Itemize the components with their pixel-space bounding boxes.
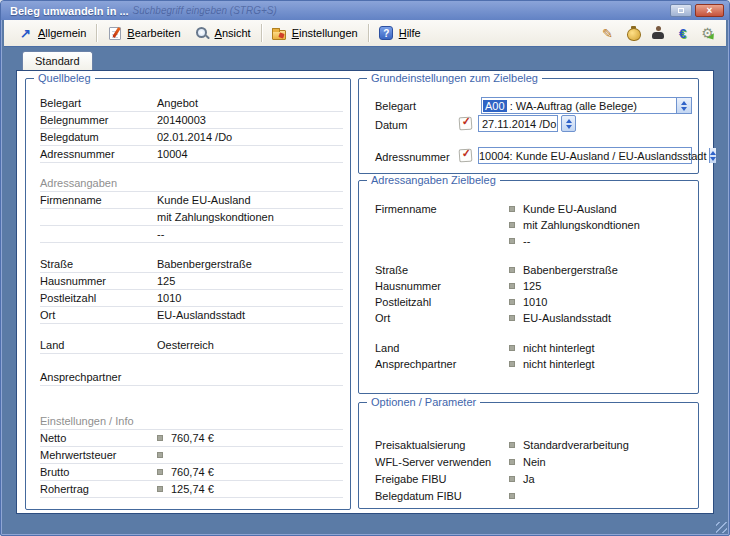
spin-up-icon [566,119,572,123]
person-icon [651,26,665,40]
spin-up-icon [710,151,716,155]
datum-spinner-button[interactable] [561,115,576,132]
bullet-icon [509,267,515,273]
datum-check-button[interactable]: ✓ [459,117,473,131]
maximize-icon [678,8,684,13]
section-header-einstellungen-info: Einstellungen / Info [40,413,343,430]
toolbar-separator [368,24,369,42]
spinner-button[interactable] [676,98,691,113]
datum-field[interactable]: 27.11.2014 /Do [478,115,558,132]
toolbar-button-hilfe[interactable]: ? Hilfe [372,23,428,44]
toolbar-right-icons: ✎ € ⚙ [600,26,719,41]
checkmark-icon: ✓ [461,147,471,161]
field-row: Postleitzahl1010 [375,294,690,310]
field-row: FirmennameKunde EU-Ausland [375,201,690,217]
bullet-icon [509,206,515,212]
field-row: LandOesterreich [40,337,343,354]
money-bag-button[interactable] [625,26,640,41]
search-hint[interactable]: Suchbegriff eingeben (STRG+S) [133,5,277,16]
groupbox-title: Adressangaben Zielbeleg [367,174,500,186]
bullet-icon [157,469,163,475]
field-row: WFL-Server verwendenNein [375,453,690,470]
toolbar-label-hilfe: Hilfe [399,27,421,39]
field-row: Brutto760,74 € [40,464,343,481]
adressnummer-field[interactable]: 10004: Kunde EU-Ausland / EU-Auslandssta… [478,147,692,164]
edit-note-icon [109,27,121,40]
bullet-icon [509,238,515,244]
field-row: Netto760,74 € [40,430,343,447]
groupbox-optionen-parameter: Optionen / Parameter PreisaktualsierungS… [358,402,699,509]
euro-button[interactable]: € [675,26,690,41]
adressnummer-check-button[interactable]: ✓ [459,149,473,163]
combobox-text: : WA-Auftrag (alle Belege) [507,100,637,112]
belegart-label: Belegart [375,100,416,112]
field-row: Postleitzahl1010 [40,290,343,307]
money-bag-icon [626,26,640,40]
field-row: mit Zahlungskondtionen [40,209,343,226]
bullet-icon [509,459,515,465]
pencil-icon: ✎ [602,26,613,41]
field-row: Ansprechpartner [40,369,343,386]
toolbar-button-einstellungen[interactable]: Einstellungen [265,23,365,44]
magnifier-icon [195,26,209,40]
bullet-icon [509,493,515,499]
bullet-icon [509,361,515,367]
toolbar-button-allgemein[interactable]: ↗ Allgemein [11,23,93,44]
bullet-icon [509,345,515,351]
maximize-button[interactable] [670,4,692,17]
field-row: PreisaktualsierungStandardverarbeitung [375,436,690,453]
groupbox-quellbeleg: Quellbeleg BelegartAngebot Belegnummer20… [25,78,351,510]
toolbar-label-einstellungen: Einstellungen [292,27,358,39]
bullet-icon [509,476,515,482]
field-row: mit Zahlungskondtionen [375,217,690,233]
bullet-icon [509,283,515,289]
field-row: OrtEU-Auslandsstadt [375,310,690,326]
process-gear-button[interactable]: ⚙ [700,26,715,41]
bullet-icon [509,299,515,305]
tab-content: Quellbeleg BelegartAngebot Belegnummer20… [16,70,714,514]
spin-up-icon [681,101,687,105]
field-row: Belegdatum FIBU [375,487,690,504]
toolbar-separator [96,24,97,42]
toolbar-button-bearbeiten[interactable]: Bearbeiten [100,23,187,44]
titlebar: Beleg umwandeln in ... Suchbegriff einge… [1,1,729,20]
section-header-adressangaben: Adressangaben [40,175,343,192]
field-row: StraßeBabenbergerstraße [375,262,690,278]
gear-icon: ⚙ [701,26,714,40]
field-row: Landnicht hinterlegt [375,340,690,356]
bullet-icon [509,222,515,228]
toolbar: ↗ Allgemein Bearbeiten Ansicht Einstellu… [4,20,726,47]
edit-pencil-button[interactable]: ✎ [600,26,615,41]
tab-standard[interactable]: Standard [22,51,93,70]
field-row: Belegdatum02.01.2014 /Do [40,129,343,146]
toolbar-label-allgemein: Allgemein [38,27,86,39]
euro-icon: € [679,26,686,41]
adress-ziel-rows: FirmennameKunde EU-Ausland mit Zahlungsk… [375,193,690,372]
bullet-icon [157,486,163,492]
toolbar-label-ansicht: Ansicht [215,27,251,39]
person-button[interactable] [650,26,665,41]
spin-down-icon [710,157,716,161]
bullet-icon [157,435,163,441]
groupbox-title: Quellbeleg [34,72,95,84]
close-icon: × [707,5,713,16]
help-icon: ? [379,26,393,40]
close-button[interactable]: × [695,4,724,17]
spinner-button[interactable] [709,148,716,163]
resize-grip[interactable] [716,522,727,533]
belegart-combobox[interactable]: A00 : WA-Auftrag (alle Belege) [481,97,692,114]
folder-tools-icon [272,30,286,40]
tab-strip: Standard [1,47,729,70]
bullet-icon [157,452,163,458]
optionen-rows: PreisaktualsierungStandardverarbeitung W… [375,403,690,504]
field-row: -- [40,226,343,243]
field-row: BelegartAngebot [40,95,343,112]
spin-down-icon [566,125,572,129]
window: Beleg umwandeln in ... Suchbegriff einge… [0,0,730,536]
field-row: Ansprechpartnernicht hinterlegt [375,356,690,372]
field-row: Rohertrag125,74 € [40,481,343,498]
toolbar-separator [261,24,262,42]
toolbar-button-ansicht[interactable]: Ansicht [188,23,258,44]
field-row: Mehrwertsteuer [40,447,343,464]
datum-label: Datum [375,119,407,131]
